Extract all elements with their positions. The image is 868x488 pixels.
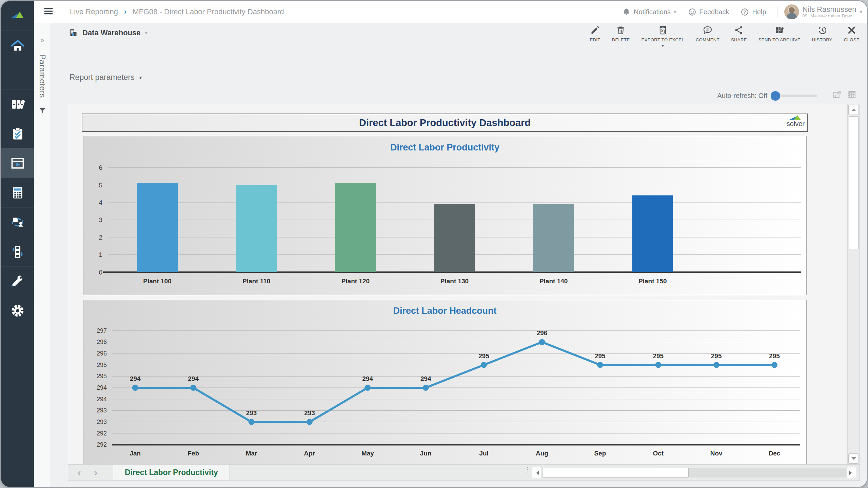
bar-x-label: Plant 120 [341, 278, 370, 285]
vertical-scrollbar[interactable] [847, 104, 860, 464]
sidebar-item-tasks[interactable] [1, 119, 34, 148]
delete-button[interactable]: EXPORT TO EXCEL DELETE [612, 25, 630, 42]
sidebar-item-calculator[interactable] [1, 178, 34, 207]
line-x-label: Jun [420, 450, 432, 457]
solver-logo-icon[interactable] [1, 1, 34, 30]
auto-refresh-slider[interactable] [772, 95, 817, 97]
archive-icon [775, 25, 784, 35]
bar-y-tick: 3 [99, 216, 102, 223]
close-icon [847, 25, 856, 35]
line-y-tick: 295 [97, 362, 107, 368]
sidebar-item-tools[interactable] [1, 266, 34, 296]
feedback-button[interactable]: Feedback [684, 8, 733, 16]
bar-plant-120 [335, 183, 376, 272]
sidebar-item-collaboration[interactable] [1, 207, 34, 237]
data-point-aug [539, 339, 545, 345]
bar-plant-140 [533, 204, 574, 272]
data-label: 295 [711, 352, 722, 360]
vertical-scroll-thumb[interactable] [849, 116, 859, 249]
send-to-archive-button[interactable]: SEND TO ARCHIVE [758, 25, 801, 42]
help-label: Help [752, 8, 766, 16]
bar-chart-svg: Direct Labor Productivity0123456Plant 10… [83, 136, 806, 295]
comment-button[interactable]: COMMENT [696, 25, 719, 42]
data-point-feb [190, 385, 196, 391]
table-view-icon[interactable] [847, 90, 856, 99]
data-label: 294 [420, 375, 431, 382]
svg-text:?: ? [744, 9, 746, 15]
splitter-handle[interactable]: ⋮ [525, 468, 531, 471]
chevron-down-icon[interactable]: ▾ [860, 9, 862, 15]
line-y-tick: 293 [97, 419, 107, 425]
parameters-panel: » Parameters [34, 23, 51, 487]
sidebar-item-archives[interactable] [1, 89, 34, 119]
filter-icon[interactable] [38, 107, 46, 115]
sidebar-item-live-reporting[interactable] [1, 148, 34, 178]
bar-y-tick: 1 [99, 251, 102, 258]
expand-panel-icon[interactable]: » [40, 36, 44, 45]
scroll-up-button[interactable] [848, 105, 859, 115]
breadcrumb-section[interactable]: Live Reporting [70, 7, 118, 16]
export-to-excel-button[interactable]: X EXPORT TO EXCEL ▾ [642, 25, 684, 47]
horizontal-scroll-thumb[interactable] [542, 468, 689, 477]
line-y-tick: 295 [97, 373, 107, 380]
breadcrumb-separator-icon: › [124, 7, 126, 16]
datasource-picker[interactable]: Data Warehouse ▾ [69, 28, 147, 37]
open-in-window-icon[interactable] [832, 90, 842, 99]
user-menu[interactable]: Nils Rasmussen 09. Manufacturing Demo [803, 5, 856, 18]
menu-icon[interactable] [43, 6, 54, 18]
line-y-tick: 292 [97, 441, 107, 448]
notifications-button[interactable]: Notifications ▾ [618, 8, 680, 16]
auto-refresh-knob[interactable] [771, 91, 780, 101]
trash-icon [616, 25, 626, 35]
data-point-jun [423, 385, 429, 391]
data-label: 294 [362, 375, 373, 382]
bar-y-tick: 2 [99, 234, 102, 241]
report-parameters-toggle[interactable]: Report parameters ▾ [70, 73, 142, 82]
data-label: 293 [304, 409, 315, 416]
user-role: 09. Manufacturing Demo [803, 14, 856, 18]
horizontal-scrollbar[interactable]: ⋮ [532, 467, 856, 478]
chevron-down-icon[interactable]: ▾ [662, 45, 664, 47]
data-point-mar [249, 419, 255, 425]
headcount-line [135, 342, 774, 422]
sidebar-item-process[interactable] [1, 237, 34, 266]
data-label: 295 [595, 352, 606, 360]
line-y-tick: 296 [97, 339, 107, 345]
sheet-tab-bar: ‹ › Direct Labor Productivity ⋮ [68, 464, 860, 480]
report-viewer: Direct Labor Productivity Dashboard solv… [68, 104, 860, 481]
report-canvas: Direct Labor Productivity Dashboard solv… [68, 104, 847, 464]
sheet-tab-direct-labor-productivity[interactable]: Direct Labor Productivity [113, 465, 230, 480]
divider [777, 6, 777, 18]
user-avatar[interactable] [784, 4, 799, 19]
edit-button[interactable]: EDIT [590, 25, 600, 42]
report-parameters-label: Report parameters [70, 73, 135, 82]
line-x-label: Aug [536, 450, 548, 457]
bar-x-label: Plant 130 [440, 278, 469, 285]
parameters-panel-label[interactable]: Parameters [38, 54, 47, 98]
data-point-sep [597, 362, 603, 368]
close-button[interactable]: CLOSE [844, 25, 860, 42]
history-button[interactable]: HISTORY [812, 25, 832, 42]
data-label: 295 [478, 352, 489, 360]
line-x-label: Nov [710, 450, 723, 457]
chevron-down-icon: ▾ [145, 30, 148, 36]
scroll-left-button[interactable] [532, 467, 541, 478]
auto-refresh-label: Auto-refresh: Off [717, 92, 767, 100]
scroll-down-button[interactable] [848, 453, 859, 464]
horizontal-scroll-track[interactable] [541, 468, 847, 477]
data-label: 296 [537, 329, 548, 337]
sidebar-item-home[interactable] [1, 30, 34, 60]
solver-logo-text: solver [787, 120, 805, 127]
bar-y-tick: 6 [99, 164, 102, 171]
data-label: 295 [769, 352, 780, 360]
line-chart-direct-labor-headcount: Direct Labor Headcount297296296295295294… [83, 300, 807, 464]
sidebar-item-settings[interactable] [1, 296, 34, 325]
line-y-tick: 292 [97, 430, 107, 437]
bar-y-tick: 0 [99, 269, 102, 276]
share-button[interactable]: SHARE [731, 25, 747, 42]
app-window: Live Reporting › MFG08 - Direct Labor Pr… [1, 1, 867, 487]
report-actions: EDIT EXPORT TO EXCEL DELETE X EXPORT TO … [590, 25, 860, 47]
feedback-label: Feedback [699, 8, 729, 16]
scroll-right-button[interactable] [847, 467, 856, 478]
help-button[interactable]: ? Help [736, 8, 770, 16]
